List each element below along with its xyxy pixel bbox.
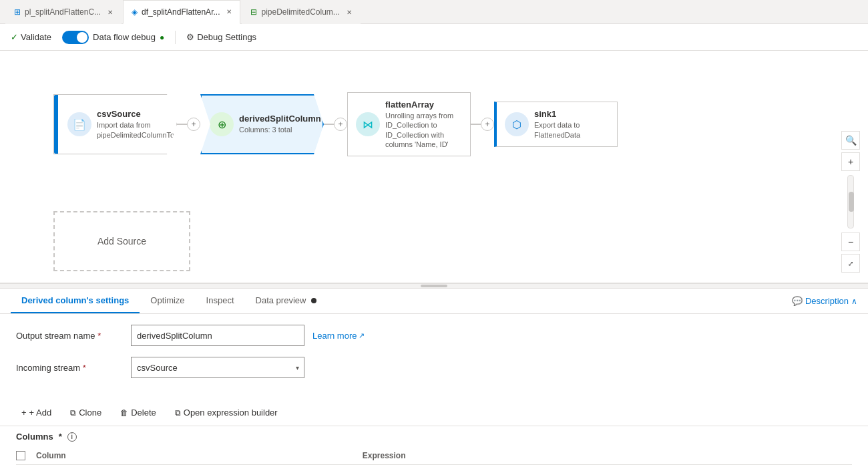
node-flatten-card[interactable]: ⋈ flattenArray Unrolling arrays from ID_… [347, 92, 471, 156]
toolbar-separator [175, 31, 176, 44]
col-header-expression: Expression [363, 451, 852, 460]
connector-plus-3[interactable]: + [481, 118, 494, 131]
col-check-all [16, 451, 36, 460]
tab-pipe[interactable]: ⊟ pipeDelimitedColum... ✕ [242, 0, 360, 24]
tab-bar: ⊞ pl_splitAndFlattenC... ✕ ◈ df_splitAnd… [0, 0, 868, 24]
settings-tab-list: Derived column's settings Optimize Inspe… [11, 289, 327, 313]
add-column-button[interactable]: + + Add [16, 405, 57, 420]
settings-content: Output stream name * Learn more ↗ Incomi… [0, 314, 868, 400]
connector-1: + [177, 94, 194, 154]
checkbox-all[interactable] [16, 451, 25, 460]
panel-divider[interactable] [0, 283, 868, 289]
col-header-column: Column [36, 451, 363, 460]
check-icon: ✓ [11, 32, 18, 42]
settings-panel: Derived column's settings Optimize Inspe… [0, 289, 868, 465]
delete-label: Delete [131, 408, 156, 418]
node-sink[interactable]: ⬡ sink1 Export data to FlattenedData [494, 102, 618, 147]
columns-table-header: Column Expression [16, 447, 852, 465]
node-csvsource[interactable]: 📄 csvSource Import data from pipeDelimit… [53, 94, 194, 154]
toggle-track[interactable] [62, 31, 89, 44]
tab-inspect[interactable]: Inspect [196, 289, 245, 313]
divider-handle [421, 285, 447, 287]
tab-pl[interactable]: ⊞ pl_splitAndFlattenC... ✕ [5, 0, 122, 24]
derived-icon: ⊕ [218, 118, 226, 131]
node-flatten-title: flattenArray [385, 100, 462, 110]
tab-data-preview[interactable]: Data preview [245, 289, 328, 313]
delete-icon: 🗑 [120, 408, 128, 418]
zoom-in-button[interactable]: + [841, 152, 860, 171]
csv-icon-bg: 📄 [67, 112, 91, 136]
col-header-expression-label: Expression [363, 451, 406, 460]
debug-settings-button[interactable]: ⚙ Debug Settings [186, 32, 256, 42]
columns-header: Columns * i [16, 426, 852, 442]
open-expr-label: Open expression builder [184, 408, 278, 418]
columns-section: Columns * i Column Expression [0, 426, 868, 465]
debug-toggle[interactable]: Data flow debug ● [62, 31, 164, 44]
sink-icon: ⬡ [512, 118, 521, 131]
node-derived-title: derivedSplitColumn [239, 114, 314, 124]
tab-inspect-label: Inspect [206, 295, 234, 305]
output-stream-input[interactable] [131, 325, 304, 346]
tab-optimize-label: Optimize [150, 295, 184, 305]
tab-derived-label: Derived column's settings [21, 295, 129, 305]
node-left-bar [54, 95, 58, 154]
connector-plus-1[interactable]: + [187, 118, 200, 131]
tab-pl-label: pl_splitAndFlattenC... [25, 7, 101, 17]
plus-icon: + [21, 408, 27, 418]
derived-icon-bg: ⊕ [210, 112, 234, 136]
fit-canvas-button[interactable]: ⤢ [841, 254, 860, 273]
zoom-thumb [849, 192, 854, 212]
open-expr-builder-button[interactable]: ⧉ Open expression builder [170, 405, 283, 420]
learn-more-link[interactable]: Learn more ↗ [312, 331, 365, 341]
tab-optimize[interactable]: Optimize [140, 289, 195, 313]
output-stream-label: Output stream name * [16, 331, 123, 341]
csv-icon: 📄 [73, 118, 86, 131]
sink-icon-bg: ⬡ [505, 112, 529, 136]
validate-button[interactable]: ✓ Validate [11, 32, 51, 42]
node-derived-desc: Columns: 3 total [239, 125, 314, 134]
settings-icon: ⚙ [186, 32, 194, 42]
delete-button[interactable]: 🗑 Delete [115, 405, 162, 420]
canvas-controls: 🔍 + − ⤢ [841, 131, 860, 273]
toggle-thumb [77, 32, 87, 43]
node-sink-title: sink1 [534, 109, 609, 119]
zoom-scrollbar[interactable] [847, 175, 854, 228]
tab-pipe-close[interactable]: ✕ [347, 9, 352, 16]
node-derived-text: derivedSplitColumn Columns: 3 total [239, 114, 314, 134]
connector-plus-2[interactable]: + [334, 118, 347, 131]
toolbar: ✓ Validate Data flow debug ● ⚙ Debug Set… [0, 24, 868, 51]
debug-indicator: ● [160, 33, 164, 42]
node-flatten-desc: Unrolling arrays from ID_Collection to I… [385, 111, 462, 149]
tab-pl-close[interactable]: ✕ [107, 9, 113, 16]
add-source-box[interactable]: Add Source [53, 211, 190, 271]
clone-icon: ⧉ [70, 408, 76, 418]
flatten-icon-bg: ⋈ [356, 112, 380, 136]
pipeline-canvas: 📄 csvSource Import data from pipeDelimit… [0, 51, 868, 283]
dataflow-icon: ◈ [132, 7, 138, 17]
node-flatten[interactable]: ⋈ flattenArray Unrolling arrays from ID_… [347, 92, 487, 156]
node-flatten-text: flattenArray Unrolling arrays from ID_Co… [385, 100, 462, 149]
description-button[interactable]: 💬 Description ∧ [792, 296, 857, 306]
node-sink-desc: Export data to FlattenedData [534, 120, 609, 140]
table-icon: ⊟ [250, 7, 257, 17]
node-sink-card[interactable]: ⬡ sink1 Export data to FlattenedData [494, 102, 618, 147]
connector-3: + [471, 92, 487, 156]
zoom-out-button[interactable]: − [841, 232, 860, 251]
col-header-column-label: Column [36, 451, 66, 460]
search-canvas-button[interactable]: 🔍 [841, 131, 860, 150]
tab-data-preview-label: Data preview [256, 295, 306, 305]
columns-label: Columns [16, 432, 53, 442]
tab-derived-settings[interactable]: Derived column's settings [11, 289, 140, 313]
clone-button[interactable]: ⧉ Clone [65, 405, 107, 420]
incoming-stream-select[interactable]: csvSource [131, 357, 304, 378]
chevron-up-icon: ∧ [851, 297, 857, 306]
tab-df-close[interactable]: ✕ [226, 8, 232, 15]
debug-label: Data flow debug [93, 32, 156, 42]
expr-icon: ⧉ [175, 408, 181, 418]
description-label: Description [805, 296, 849, 306]
info-icon[interactable]: i [67, 432, 77, 442]
tab-df[interactable]: ◈ df_splitAndFlattenAr... ✕ [123, 0, 240, 24]
action-buttons: + + Add ⧉ Clone 🗑 Delete ⧉ Open expressi… [0, 400, 868, 426]
node-derived[interactable]: ⊕ derivedSplitColumn Columns: 3 total + [200, 94, 341, 154]
tab-df-label: df_splitAndFlattenAr... [142, 7, 220, 17]
